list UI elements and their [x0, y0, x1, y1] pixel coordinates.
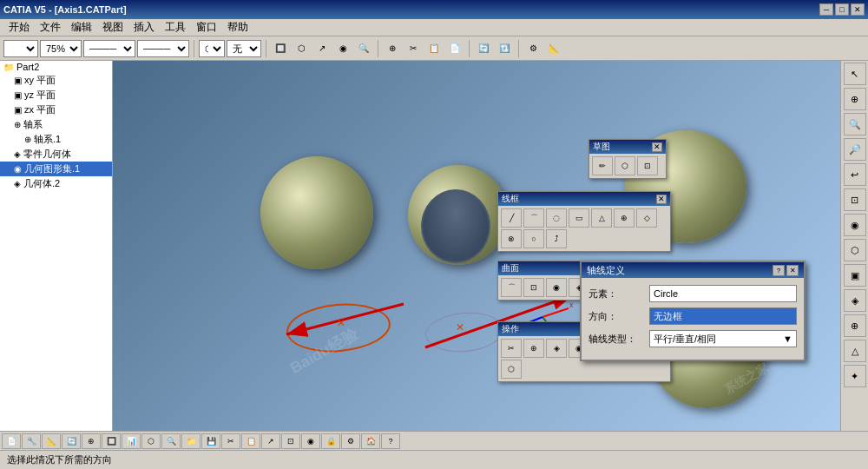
- snap-select[interactable]: ────: [83, 40, 135, 57]
- rt-btn-4[interactable]: 🔎: [844, 138, 866, 161]
- bt-btn-19[interactable]: 🏠: [361, 433, 380, 449]
- element-value[interactable]: Circle: [649, 285, 797, 302]
- tree-item-axis[interactable]: ⊕ 轴系: [0, 117, 112, 132]
- bt-btn-4[interactable]: 🔄: [62, 433, 81, 449]
- bt-btn-12[interactable]: ✂: [221, 433, 240, 449]
- rt-btn-8[interactable]: ⬡: [844, 239, 866, 261]
- tree-item-zx[interactable]: ▣ zx 平面: [0, 102, 112, 117]
- maximize-button[interactable]: □: [835, 3, 849, 16]
- axis-type-dropdown[interactable]: 平行/垂直/相同 ▼: [649, 330, 797, 347]
- rt-btn-10[interactable]: ◈: [844, 289, 866, 312]
- display-select[interactable]: ⬡: [199, 40, 225, 57]
- axis-dialog-close[interactable]: ✕: [786, 265, 799, 276]
- sf-btn-2[interactable]: ⊡: [523, 278, 544, 297]
- op-btn-8[interactable]: ⬡: [501, 360, 522, 379]
- wf-btn-5[interactable]: △: [591, 208, 612, 228]
- bt-btn-2[interactable]: 🔧: [22, 433, 41, 449]
- tree-item-geo2[interactable]: ◈ 几何体.2: [0, 176, 112, 191]
- rt-btn-7[interactable]: ◉: [844, 214, 866, 236]
- menu-tools[interactable]: 工具: [160, 20, 191, 35]
- bt-btn-8[interactable]: ⬡: [141, 433, 161, 449]
- rt-btn-6[interactable]: ⊡: [844, 188, 866, 211]
- tb-btn-10[interactable]: 🔄: [474, 39, 493, 58]
- menu-edit[interactable]: 编辑: [66, 20, 97, 35]
- wf-btn-4[interactable]: ▭: [569, 208, 589, 228]
- tb-btn-7[interactable]: ✂: [404, 39, 423, 58]
- menu-view[interactable]: 视图: [97, 20, 128, 35]
- bt-btn-10[interactable]: 📁: [181, 433, 201, 449]
- sf-btn-1[interactable]: ⌒: [501, 278, 522, 297]
- tb-btn-1[interactable]: 🔲: [271, 39, 290, 58]
- menu-insert[interactable]: 插入: [128, 20, 160, 35]
- menu-window[interactable]: 窗口: [191, 20, 222, 35]
- wf-btn-8[interactable]: ⊗: [501, 229, 522, 248]
- bt-btn-14[interactable]: ↗: [261, 433, 280, 449]
- axis-dialog-help[interactable]: ?: [773, 265, 785, 276]
- menu-file[interactable]: 文件: [35, 20, 66, 35]
- bt-btn-16[interactable]: ◉: [301, 433, 320, 449]
- tb-btn-11[interactable]: 🔃: [495, 39, 514, 58]
- bt-btn-11[interactable]: 💾: [201, 433, 220, 449]
- rt-btn-12[interactable]: △: [844, 340, 866, 362]
- tree-item-body[interactable]: ◈ 零件几何体: [0, 147, 112, 162]
- bt-btn-20[interactable]: ?: [381, 433, 400, 449]
- sketch-panel-close[interactable]: ✕: [652, 142, 662, 152]
- sketch-btn-3[interactable]: ⊡: [637, 156, 658, 175]
- tree-item-axis1[interactable]: ⊕ 轴系.1: [0, 132, 112, 147]
- wireframe-panel-close[interactable]: ✕: [656, 195, 667, 204]
- bt-btn-7[interactable]: 📊: [122, 433, 141, 449]
- menu-start[interactable]: 开始: [3, 20, 35, 35]
- tree-item-xy[interactable]: ▣ xy 平面: [0, 73, 112, 88]
- rt-btn-1[interactable]: ↖: [844, 63, 866, 85]
- rt-btn-11[interactable]: ⊕: [844, 314, 866, 337]
- tb-btn-2[interactable]: ⬡: [292, 39, 311, 58]
- bt-btn-1[interactable]: 📄: [2, 433, 21, 449]
- tb-btn-9[interactable]: 📄: [445, 39, 464, 58]
- wf-btn-9[interactable]: ○: [523, 229, 544, 248]
- style-select[interactable]: ────: [137, 40, 189, 57]
- sketch-btn-2[interactable]: ⬡: [615, 156, 635, 175]
- rt-btn-2[interactable]: ⊕: [844, 88, 866, 110]
- bt-btn-6[interactable]: 🔲: [102, 433, 121, 449]
- 3d-viewport[interactable]: x y z ✕ ✕ ✕ 草图 ✕ ✏ ⬡ ⊡ 线框 ✕: [113, 61, 840, 431]
- wf-btn-7[interactable]: ◇: [636, 208, 657, 228]
- wf-btn-10[interactable]: ⤴: [546, 229, 567, 248]
- wf-btn-6[interactable]: ⊕: [614, 208, 635, 228]
- wf-btn-3[interactable]: ◌: [546, 208, 567, 228]
- tree-item-yz[interactable]: ▣ yz 平面: [0, 88, 112, 102]
- view-select[interactable]: [3, 40, 38, 57]
- direction-value[interactable]: 无边框: [649, 307, 797, 325]
- sf-btn-3[interactable]: ◉: [546, 278, 567, 297]
- tb-btn-5[interactable]: 🔍: [354, 39, 373, 58]
- minimize-button[interactable]: ─: [819, 3, 833, 16]
- mode-select[interactable]: 无: [227, 40, 261, 57]
- bt-btn-5[interactable]: ⊕: [82, 433, 101, 449]
- tb-btn-13[interactable]: 📐: [544, 39, 563, 58]
- rt-btn-13[interactable]: ✦: [844, 365, 866, 387]
- wf-btn-1[interactable]: ╱: [501, 208, 522, 228]
- wf-btn-2[interactable]: ⌒: [523, 208, 544, 228]
- tb-btn-6[interactable]: ⊕: [383, 39, 402, 58]
- sketch-btn-1[interactable]: ✏: [592, 156, 613, 175]
- menu-help[interactable]: 帮助: [222, 20, 253, 35]
- bt-btn-18[interactable]: ⚙: [341, 433, 360, 449]
- close-button[interactable]: ✕: [851, 3, 865, 16]
- tb-btn-8[interactable]: 📋: [424, 39, 444, 58]
- tree-root[interactable]: 📁 Part2: [0, 61, 112, 73]
- bt-btn-17[interactable]: 🔒: [321, 433, 340, 449]
- sketch-panel-title[interactable]: 草图 ✕: [589, 140, 666, 154]
- rt-btn-5[interactable]: ↩: [844, 163, 866, 186]
- rt-btn-3[interactable]: 🔍: [844, 113, 866, 135]
- bt-btn-9[interactable]: 🔍: [161, 433, 181, 449]
- bt-btn-13[interactable]: 📋: [241, 433, 260, 449]
- wireframe-panel-title[interactable]: 线框 ✕: [498, 192, 670, 206]
- op-btn-1[interactable]: ✂: [501, 339, 522, 358]
- bt-btn-3[interactable]: 📐: [42, 433, 61, 449]
- rt-btn-9[interactable]: ▣: [844, 264, 866, 287]
- tb-btn-4[interactable]: ◉: [333, 39, 352, 58]
- zoom-select[interactable]: 75%: [40, 40, 82, 57]
- tb-btn-3[interactable]: ↗: [312, 39, 332, 58]
- op-btn-2[interactable]: ⊕: [523, 339, 544, 358]
- tb-btn-12[interactable]: ⚙: [523, 39, 542, 58]
- bt-btn-15[interactable]: ⊡: [281, 433, 300, 449]
